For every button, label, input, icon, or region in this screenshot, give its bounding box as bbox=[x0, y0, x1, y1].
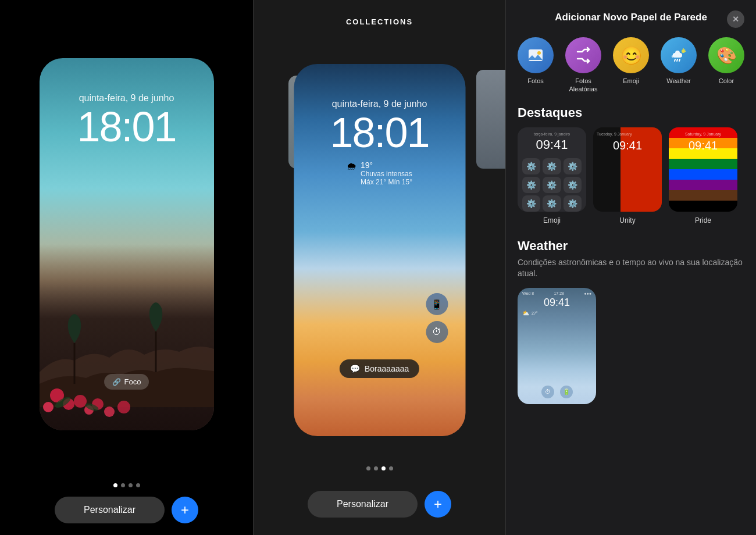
mdot-4 bbox=[389, 466, 393, 470]
partial-phone-right bbox=[476, 70, 505, 169]
wp-weather-icon: ⛅ bbox=[522, 310, 529, 316]
weather-section: Weather Condições astronômicas e o tempo… bbox=[506, 229, 756, 410]
svg-point-9 bbox=[117, 401, 130, 413]
pride-black bbox=[669, 201, 737, 211]
svg-line-16 bbox=[684, 49, 685, 50]
category-fotos[interactable]: Fotos bbox=[515, 37, 557, 94]
pride-bg: Saturday, 9 January 09:41 bbox=[669, 127, 737, 212]
unity-bg: Tuesday, 9 January 09:41 bbox=[593, 127, 662, 212]
chat-icon: 💬 bbox=[350, 364, 360, 373]
weather-icon bbox=[661, 37, 697, 73]
category-color[interactable]: 🎨 Color bbox=[705, 37, 747, 94]
collections-title: COLLECTIONS bbox=[346, 17, 413, 26]
emoji-cell-1: ⚙️ bbox=[522, 158, 540, 174]
pride-date: Saturday, 9 January bbox=[669, 132, 737, 136]
weather-description: Chuvas intensas bbox=[361, 170, 412, 178]
weather-widget: 🌧 19° Chuvas intensas Máx 21° Mín 15° bbox=[335, 160, 424, 186]
wp-top-bar: Wed 8 17:28 ●●● bbox=[518, 288, 596, 297]
fotos-aleat-icon bbox=[565, 37, 601, 73]
color-label: Color bbox=[719, 77, 734, 85]
unity-clock: 09:41 bbox=[593, 139, 662, 152]
emoji-cell-7: ⚙️ bbox=[522, 195, 540, 212]
left-phone-screen: quinta-feira, 9 de junho 18:01 bbox=[40, 58, 214, 430]
category-emoji[interactable]: 😊 Emoji bbox=[610, 37, 652, 94]
pride-thumb-item[interactable]: Saturday, 9 January 09:41 Pride bbox=[669, 127, 737, 224]
focus-label: Foco bbox=[124, 377, 141, 386]
emoji-label: Emoji bbox=[623, 77, 639, 85]
activity-icon-btn[interactable]: ⏱ bbox=[426, 321, 448, 343]
destaques-title: Destaques bbox=[506, 103, 756, 127]
emoji-cell-8: ⚙️ bbox=[543, 195, 561, 212]
svg-point-13 bbox=[537, 51, 541, 55]
weather-cloud-icon: 🌧 bbox=[347, 160, 357, 173]
middle-screen-content: quinta-feira, 9 de junho 18:01 🌧 19° Chu… bbox=[294, 64, 465, 436]
left-panel: quinta-feira, 9 de junho 18:01 bbox=[0, 0, 253, 535]
unity-thumb-item[interactable]: Tuesday, 9 January 09:41 Unity bbox=[593, 127, 662, 224]
modal-header: Adicionar Novo Papel de Parede ✕ bbox=[506, 0, 756, 33]
close-button[interactable]: ✕ bbox=[727, 10, 744, 28]
left-time: 18:01 bbox=[77, 106, 176, 148]
boraaaa-badge: 💬 Boraaaaaaa bbox=[340, 359, 419, 378]
category-fotos-aleat[interactable]: FotosAleatórias bbox=[562, 37, 604, 94]
mdot-2 bbox=[374, 466, 378, 470]
category-weather[interactable]: Weather bbox=[658, 37, 700, 94]
unity-thumb-label: Unity bbox=[619, 216, 635, 224]
flowers-illustration bbox=[40, 361, 214, 430]
dot-4 bbox=[136, 483, 140, 487]
emoji-cell-3: ⚙️ bbox=[564, 158, 582, 174]
middle-icons-row: 📱 ⏱ bbox=[426, 293, 448, 343]
wp-weather-row: ⛅ 27° bbox=[518, 309, 596, 318]
pride-blue bbox=[669, 169, 737, 180]
left-date: quinta-feira, 9 de junho bbox=[79, 93, 174, 104]
unity-thumb-image: Tuesday, 9 January 09:41 bbox=[593, 127, 662, 212]
category-row: Fotos FotosAleatórias 😊 Emoji bbox=[506, 33, 756, 103]
fotos-aleat-label: FotosAleatórias bbox=[569, 77, 598, 94]
thumbnails-row: terça-feira, 9 janeiro 09:41 ⚙️ ⚙️ ⚙️ ⚙️… bbox=[506, 127, 756, 229]
left-plus-button[interactable]: + bbox=[172, 497, 198, 523]
left-personalize-button[interactable]: Personalizar bbox=[55, 497, 165, 523]
emoji-cell-4: ⚙️ bbox=[522, 177, 540, 193]
wp-weather-temp: 27° bbox=[532, 311, 538, 315]
phone-icon-btn[interactable]: 📱 bbox=[426, 293, 448, 315]
wp-icon-2: 🔋 bbox=[560, 386, 573, 398]
middle-personalize-button[interactable]: Personalizar bbox=[308, 491, 418, 518]
wp-icon-1: ⏱ bbox=[541, 386, 554, 398]
wp-clock: 09:41 bbox=[518, 297, 596, 309]
pride-thumb-image: Saturday, 9 January 09:41 bbox=[669, 127, 737, 212]
emoji-thumb-item[interactable]: terça-feira, 9 janeiro 09:41 ⚙️ ⚙️ ⚙️ ⚙️… bbox=[518, 127, 586, 224]
wp-date: Wed 8 bbox=[522, 291, 534, 295]
fotos-icon bbox=[518, 37, 554, 73]
pride-thumb-label: Pride bbox=[695, 216, 711, 224]
emoji-cell-9: ⚙️ bbox=[564, 195, 582, 212]
boraaaa-text: Boraaaaaaa bbox=[365, 364, 409, 373]
dot-2 bbox=[121, 483, 125, 487]
weather-info: 19° Chuvas intensas Máx 21° Mín 15° bbox=[361, 160, 412, 186]
weather-section-description: Condições astronômicas e o tempo ao vivo… bbox=[518, 257, 744, 280]
wp-time-label: 17:28 bbox=[554, 291, 564, 295]
svg-point-4 bbox=[43, 402, 54, 412]
weather-phone-preview[interactable]: Wed 8 17:28 ●●● 09:41 ⛅ 27° ⏱ 🔋 bbox=[518, 288, 596, 404]
middle-dots-indicator bbox=[366, 466, 393, 470]
focus-badge: 🔗 Foco bbox=[104, 374, 149, 390]
pride-purple bbox=[669, 180, 737, 190]
weather-temp: 19° bbox=[361, 160, 412, 170]
right-panel: Adicionar Novo Papel de Parede ✕ Fotos bbox=[506, 0, 756, 535]
pride-green bbox=[669, 159, 737, 169]
weather-category-label: Weather bbox=[666, 77, 690, 85]
fotos-label: Fotos bbox=[527, 77, 544, 85]
emoji-cell-5: ⚙️ bbox=[543, 177, 561, 193]
emoji-thumb-label: Emoji bbox=[543, 216, 561, 224]
pride-clock: 09:41 bbox=[669, 139, 737, 152]
middle-time: 18:01 bbox=[330, 112, 429, 154]
left-dots-indicator bbox=[113, 483, 140, 487]
emoji-thumb-clock: 09:41 bbox=[518, 137, 586, 152]
emoji-icon: 😊 bbox=[613, 37, 649, 73]
middle-date: quinta-feira, 9 de junho bbox=[332, 99, 427, 109]
mdot-1 bbox=[366, 466, 370, 470]
middle-phone-screen: quinta-feira, 9 de junho 18:01 🌧 19° Chu… bbox=[294, 64, 465, 436]
left-bottom-bar: Personalizar + bbox=[55, 497, 198, 523]
color-icon: 🎨 bbox=[708, 37, 744, 73]
middle-plus-button[interactable]: + bbox=[425, 491, 451, 518]
weather-section-title: Weather bbox=[518, 238, 744, 254]
middle-panel: COLLECTIONS quinta-feira, 9 de junho 18:… bbox=[253, 0, 506, 535]
